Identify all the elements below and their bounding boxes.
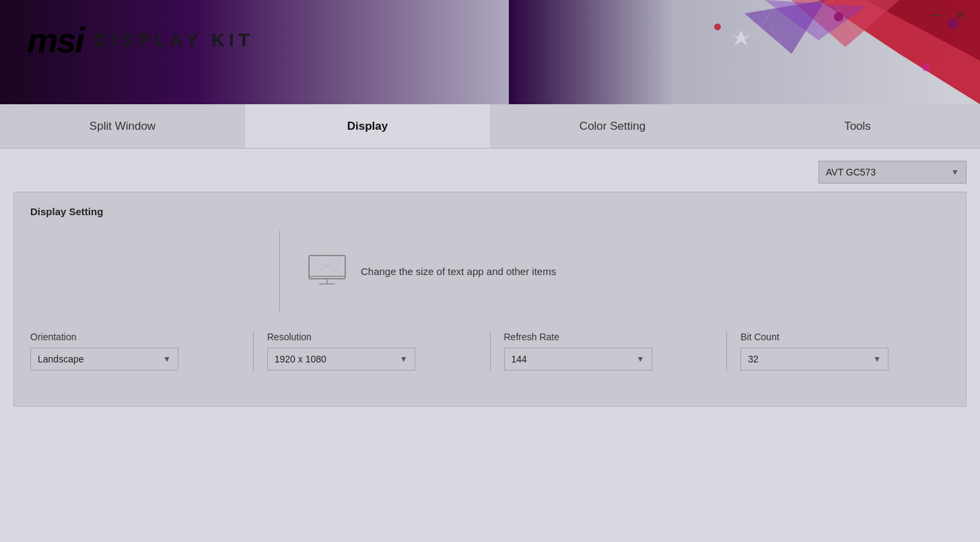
resolution-value: 1920 x 1080	[275, 354, 326, 364]
orientation-dropdown[interactable]: Landscape ▼	[30, 348, 178, 371]
logo-area: msi DISPLAY KIT	[27, 20, 254, 61]
svg-point-6	[714, 24, 721, 30]
monitor-selector-arrow: ▼	[951, 167, 959, 177]
refresh-rate-group: Refresh Rate 144 ▼	[504, 332, 713, 371]
bit-count-label: Bit Count	[740, 332, 936, 342]
orientation-group: Orientation Landscape ▼	[30, 332, 240, 371]
monitor-selector-value: AVT GC573	[826, 167, 876, 178]
resolution-label: Resolution	[267, 332, 463, 342]
tabs-bar: Split Window Display Color Setting Tools	[0, 104, 980, 149]
minimize-button[interactable]: —	[929, 8, 942, 22]
monitor-selector-row: AVT GC573 ▼	[13, 161, 967, 184]
monitor-selector-dropdown[interactable]: AVT GC573 ▼	[818, 161, 967, 184]
product-name: DISPLAY KIT	[94, 30, 254, 51]
refresh-rate-dropdown[interactable]: 144 ▼	[504, 348, 652, 371]
resolution-group: Resolution 1920 x 1080 ▼	[267, 332, 477, 371]
msi-logo: msi	[27, 20, 83, 61]
orientation-value: Landscape	[38, 354, 84, 364]
display-setting-panel: Display Setting Change the size of text …	[13, 192, 967, 407]
svg-point-7	[834, 12, 843, 22]
header-decoration	[509, 0, 980, 104]
refresh-rate-value: 144	[512, 354, 527, 364]
refresh-rate-label: Refresh Rate	[504, 332, 700, 342]
resolution-dropdown[interactable]: 1920 x 1080 ▼	[267, 348, 415, 371]
orientation-arrow: ▼	[163, 354, 171, 364]
bit-count-value: 32	[748, 354, 759, 364]
svg-point-8	[922, 63, 930, 71]
monitor-description: Change the size of text app and other it…	[361, 266, 556, 277]
refresh-rate-arrow: ▼	[637, 354, 645, 364]
tab-color-setting[interactable]: Color Setting	[490, 104, 735, 148]
panel-title: Display Setting	[30, 206, 950, 217]
monitor-icon	[307, 254, 347, 288]
svg-rect-14	[309, 256, 345, 279]
settings-row: Orientation Landscape ▼ Resolution 1920 …	[30, 332, 950, 371]
vertical-divider	[279, 231, 280, 311]
separator-3	[726, 332, 727, 371]
close-button[interactable]: ✕	[953, 8, 967, 22]
tab-display[interactable]: Display	[245, 104, 490, 148]
bit-count-group: Bit Count 32 ▼	[740, 332, 950, 371]
separator-1	[253, 332, 254, 371]
bit-count-arrow: ▼	[873, 354, 881, 364]
bit-count-dropdown[interactable]: 32 ▼	[740, 348, 888, 371]
tab-split-window[interactable]: Split Window	[0, 104, 245, 148]
resolution-arrow: ▼	[400, 354, 408, 364]
window-controls: — ✕	[929, 8, 967, 22]
monitor-icon-area: Change the size of text app and other it…	[307, 254, 556, 288]
tab-tools[interactable]: Tools	[735, 104, 980, 148]
header: msi DISPLAY KIT — ✕	[0, 0, 980, 104]
main-content: AVT GC573 ▼ Display Setting Change the	[0, 149, 980, 419]
separator-2	[490, 332, 491, 371]
monitor-section: Change the size of text app and other it…	[37, 231, 950, 311]
orientation-label: Orientation	[30, 332, 226, 342]
